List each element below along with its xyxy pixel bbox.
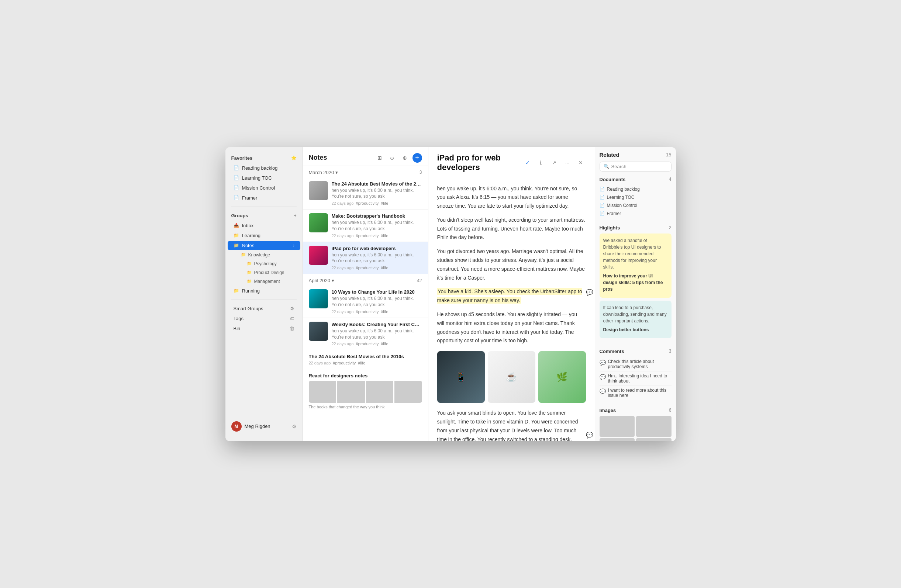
sidebar-item-management[interactable]: 📁 Management: [228, 277, 300, 286]
note-preview: hen you wake up, it's 6:00 a.m., you thi…: [332, 252, 422, 264]
notes-scroll: March 2020 ▾ 3 The 24 Absolute Best Movi…: [303, 166, 428, 441]
share-icon[interactable]: ⊕: [400, 153, 410, 163]
march-label[interactable]: March 2020 ▾: [309, 170, 338, 175]
info-icon[interactable]: ℹ: [536, 157, 546, 168]
sidebar-item-reading-backlog[interactable]: 📄 Reading backlog: [228, 163, 300, 173]
react-note[interactable]: React for designers notes The books that…: [303, 369, 428, 413]
folder-icon: 📁: [234, 243, 239, 248]
sidebar-item-inbox[interactable]: 📥 Inbox: [228, 221, 300, 230]
doc-icon: 📄: [234, 175, 239, 180]
sidebar-item-mission-control[interactable]: 📄 Mission Control: [228, 184, 300, 193]
article-image-3: 🌿: [538, 351, 586, 403]
doc-item-learning-toc[interactable]: 📄 Learning TOC: [600, 193, 672, 201]
divider: [231, 300, 297, 300]
doc-item-framer[interactable]: 📄 Framer: [600, 210, 672, 218]
note-card-weekly-books[interactable]: Weekly Books: Creating Your First Charac…: [303, 318, 428, 350]
documents-count: 4: [669, 177, 672, 182]
folder-icon: 📁: [247, 261, 252, 266]
search-input[interactable]: [611, 164, 667, 169]
note-card-movies2[interactable]: The 24 Absolute Best Movies of the 2010s…: [303, 350, 428, 369]
sidebar-item-smart-groups[interactable]: Smart Groups ⚙: [228, 304, 300, 313]
search-box[interactable]: 🔍: [600, 162, 672, 171]
sidebar-item-label: Smart Groups: [234, 306, 263, 311]
main-body: hen you wake up, it's 6:00 a.m., you thi…: [429, 177, 595, 441]
highlights-count: 2: [669, 225, 672, 230]
sidebar-item-notes[interactable]: 📁 Notes ›: [228, 241, 300, 250]
note-meta: 22 days ago #productivity #life: [309, 361, 422, 365]
comment-item-1: 💬 Check this article about productivity …: [600, 357, 672, 372]
comment-bubble-icon-2[interactable]: 💬: [586, 430, 593, 440]
sidebar-item-framer[interactable]: 📄 Framer: [228, 193, 300, 202]
note-title: The 24 Absolute Best Movies of the 2010s: [309, 354, 422, 359]
comment-bubble-icon[interactable]: 💬: [586, 287, 593, 297]
trash-icon: 🗑: [290, 326, 295, 331]
comment-text: Hm.. Interesting idea I need to think ab…: [608, 373, 672, 384]
notes-header: Notes ⊞ ☺ ⊕ +: [303, 147, 428, 166]
add-note-button[interactable]: +: [413, 153, 422, 163]
images-count: 6: [669, 408, 672, 413]
doc-item-reading-backlog[interactable]: 📄 Reading backlog: [600, 185, 672, 193]
doc-icon: 📄: [600, 187, 605, 191]
highlight-title-2: Design better buttons: [603, 327, 668, 333]
sidebar-item-knowledge[interactable]: 📁 Knowledge: [228, 251, 300, 259]
share-icon[interactable]: ↗: [549, 157, 560, 168]
note-card-ipad[interactable]: iPad pro for web developers hen you wake…: [303, 242, 428, 274]
sidebar-item-running[interactable]: 📁 Running: [228, 286, 300, 296]
note-card-bootstrapper[interactable]: Make: Bootstrapper's Handbook hen you wa…: [303, 210, 428, 242]
april-label[interactable]: April 2020 ▾: [309, 278, 334, 283]
related-title: Related: [600, 152, 619, 158]
doc-icon: 📄: [600, 203, 605, 208]
main-content: iPad pro for web developers ✓ ℹ ↗ ··· ✕ …: [429, 147, 595, 441]
close-icon[interactable]: ✕: [575, 157, 586, 168]
doc-icon: 📄: [600, 211, 605, 216]
doc-item-mission-control[interactable]: 📄 Mission Control: [600, 201, 672, 210]
comment-item-2: 💬 Hm.. Interesting idea I need to think …: [600, 372, 672, 386]
sidebar-item-psychology[interactable]: 📁 Psychology: [228, 260, 300, 268]
highlighted-text: You have a kid. She's asleep. You check …: [437, 288, 582, 303]
sidebar-item-label: Psychology: [254, 261, 277, 266]
image-thumb-2[interactable]: [636, 416, 672, 437]
note-tag: #life: [381, 266, 388, 270]
favorites-section: Favorites ⭐: [225, 153, 302, 163]
note-tag: #life: [358, 361, 365, 365]
settings-icon[interactable]: ⚙: [292, 423, 297, 429]
sidebar-item-label: Notes: [242, 243, 254, 248]
sidebar-item-product-design[interactable]: 📁 Product Design: [228, 269, 300, 277]
article-image-1: 📱: [437, 351, 485, 403]
note-thumbnail: [309, 181, 328, 200]
groups-add-icon[interactable]: +: [294, 213, 297, 218]
more-icon[interactable]: ···: [562, 157, 573, 168]
image-thumb-3[interactable]: [600, 438, 635, 441]
comment-icon: 💬: [600, 360, 606, 366]
sidebar-item-learning[interactable]: 📁 Learning: [228, 231, 300, 240]
note-card-movies[interactable]: The 24 Absolute Best Movies of the 2010s…: [303, 177, 428, 210]
paragraph-2: You didn't sleep well last night, accord…: [437, 216, 586, 242]
sidebar-item-bin[interactable]: Bin 🗑: [228, 324, 300, 333]
highlight-text-2: It can lead to a purchase, downloading, …: [603, 305, 667, 324]
sidebar-item-label: Learning: [242, 233, 261, 238]
note-title: The 24 Absolute Best Movies of the 2010s: [332, 181, 422, 187]
user-name: Meg Rigden: [245, 423, 270, 429]
note-content: The 24 Absolute Best Movies of the 2010s…: [309, 354, 422, 365]
sidebar-item-learning-toc[interactable]: 📄 Learning TOC: [228, 173, 300, 183]
sidebar-item-label: Reading backlog: [242, 165, 278, 171]
note-meta: 22 days ago #productivity #life: [332, 266, 422, 270]
main-header-icons: ✓ ℹ ↗ ··· ✕: [522, 157, 586, 168]
documents-section-header: Documents 4: [600, 177, 672, 182]
sidebar-item-tags[interactable]: Tags 🏷: [228, 314, 300, 323]
layout-icon[interactable]: ⊞: [375, 153, 385, 163]
groups-section: Groups +: [225, 211, 302, 221]
image-thumb-4[interactable]: [636, 438, 672, 441]
emoji-icon[interactable]: ☺: [387, 153, 397, 163]
check-icon[interactable]: ✓: [522, 157, 533, 168]
image-thumb-1[interactable]: [600, 416, 635, 437]
sidebar-item-label: Framer: [242, 195, 257, 201]
sidebar-item-label: Mission Control: [242, 185, 275, 191]
note-tag: #life: [381, 233, 388, 238]
folder-icon: 📁: [247, 270, 252, 275]
comment-icon: 💬: [600, 389, 606, 394]
doc-label: Framer: [607, 211, 621, 216]
note-card-10ways[interactable]: 10 Ways to Change Your Life in 2020 hen …: [303, 286, 428, 318]
article-image-2: ☕: [488, 351, 535, 403]
note-preview: hen you wake up, it's 6:00 a.m., you thi…: [332, 187, 422, 200]
